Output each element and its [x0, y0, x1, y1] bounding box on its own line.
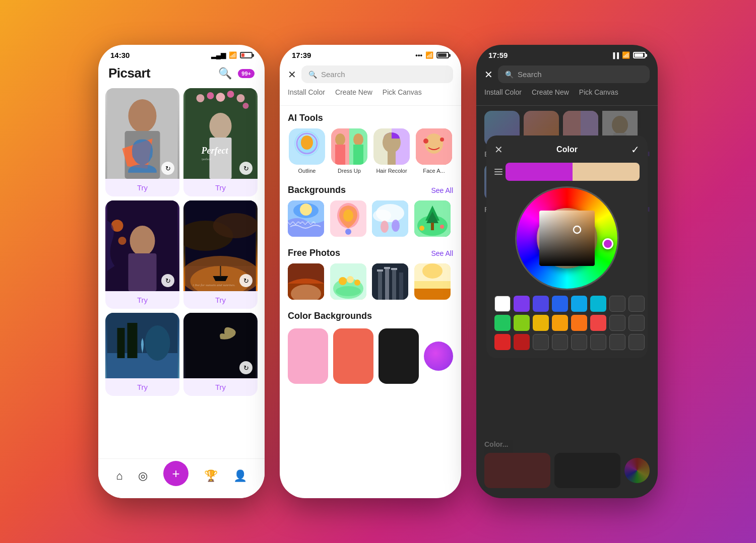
ai-tools-section: AI Tools: [280, 106, 461, 178]
modal-close-button[interactable]: ✕: [494, 144, 510, 156]
color-preview-active: [506, 163, 573, 181]
svg-point-102: [612, 116, 628, 134]
swatch-orange[interactable]: [571, 315, 587, 331]
bg-sky[interactable]: [372, 200, 408, 237]
image-card-5[interactable]: Try: [105, 313, 179, 396]
browse-content: AI Tools: [280, 106, 461, 471]
svg-text:Perfect: Perfect: [201, 146, 229, 156]
modal-confirm-button[interactable]: ✓: [624, 144, 640, 156]
svg-rect-89: [385, 268, 389, 300]
swatch-empty-1[interactable]: [609, 296, 625, 312]
refresh-icon-1[interactable]: ↻: [161, 162, 174, 175]
photo-flowers[interactable]: [330, 263, 366, 300]
backgrounds-see-all[interactable]: See All: [431, 186, 453, 194]
svg-point-86: [336, 286, 361, 296]
refresh-icon-2[interactable]: ↻: [239, 162, 253, 175]
image-card-2[interactable]: Perfect /perfect/ ↻ Try: [183, 88, 258, 196]
try-button-2[interactable]: Try: [183, 179, 258, 196]
image-card-3[interactable]: ↻ Try: [105, 200, 179, 309]
swatch-empty-10[interactable]: [628, 334, 645, 350]
time-2: 17:39: [292, 51, 311, 59]
nav-profile-icon[interactable]: 👤: [233, 469, 247, 483]
refresh-icon-3[interactable]: ↻: [161, 274, 174, 287]
swatch-cyan[interactable]: [590, 296, 606, 312]
swatch-lime[interactable]: [514, 315, 530, 331]
color-bg-add-button[interactable]: [424, 342, 453, 371]
swatch-empty-4[interactable]: [628, 315, 645, 331]
image-card-4[interactable]: i live for sunsets and sunrises. ↻ Try: [183, 200, 258, 309]
try-button-5[interactable]: Try: [105, 378, 179, 396]
close-button-dark[interactable]: ✕: [484, 69, 493, 81]
nav-home-icon[interactable]: ⌂: [116, 469, 122, 483]
tool-outline[interactable]: Outline: [288, 128, 326, 174]
search-header-dark: ✕ 🔍 Search: [476, 62, 658, 88]
tab-canvas-dark[interactable]: Pick Canvas: [579, 88, 618, 100]
swatch-red[interactable]: [590, 315, 606, 331]
swatch-purple[interactable]: [514, 296, 530, 312]
svg-point-75: [419, 226, 424, 231]
tab-create-new[interactable]: Create New: [335, 88, 372, 100]
swatch-yellow[interactable]: [533, 315, 549, 331]
swatch-red2[interactable]: [494, 334, 511, 350]
try-button-3[interactable]: Try: [105, 291, 179, 309]
swatch-indigo[interactable]: [533, 296, 549, 312]
svg-point-60: [300, 203, 312, 216]
image-card-6[interactable]: ↻ Try: [183, 313, 258, 396]
swatch-red3[interactable]: [514, 334, 530, 350]
free-photos-see-all[interactable]: See All: [431, 249, 453, 257]
swatch-amber[interactable]: [552, 315, 568, 331]
swatch-blue[interactable]: [552, 296, 568, 312]
notification-badge[interactable]: 99+: [238, 69, 255, 78]
refresh-icon-6[interactable]: ↻: [239, 361, 253, 374]
bg-nature[interactable]: [414, 200, 451, 237]
swatch-empty-5[interactable]: [533, 334, 549, 350]
swatch-empty-8[interactable]: [590, 334, 606, 350]
bottom-content-dark: Color...: [476, 435, 658, 498]
time-1: 14:30: [110, 51, 130, 59]
tab-pick-canvas[interactable]: Pick Canvas: [383, 88, 422, 100]
color-picker-modal: ✕ Color ✓: [486, 135, 648, 358]
swatch-empty-7[interactable]: [571, 334, 587, 350]
color-bg-header: Color Backgrounds: [288, 311, 453, 321]
photos-grid: [288, 263, 453, 300]
image-3: ↻: [105, 200, 179, 291]
signal-icon: ▂▄▆: [211, 51, 226, 59]
swatch-empty-9[interactable]: [609, 334, 625, 350]
color-bg-pink[interactable]: [288, 328, 328, 384]
tool-face[interactable]: Face A...: [415, 128, 453, 174]
tool-hair[interactable]: Hair Recolor: [372, 128, 411, 174]
tool-dressup[interactable]: Dress Up: [330, 128, 368, 174]
svg-rect-97: [414, 281, 451, 289]
search-bar[interactable]: 🔍 Search: [301, 65, 453, 83]
refresh-icon-4[interactable]: ↻: [239, 274, 253, 287]
svg-rect-88: [378, 271, 382, 300]
swatch-empty-3[interactable]: [609, 315, 625, 331]
nav-trophy-icon[interactable]: 🏆: [204, 469, 218, 483]
image-card-1[interactable]: ↻ Try: [105, 88, 179, 196]
swatch-green[interactable]: [494, 315, 511, 331]
bg-shell[interactable]: [330, 200, 366, 237]
photo-sand[interactable]: [414, 263, 451, 300]
swatch-white[interactable]: [494, 296, 511, 312]
tab-install-color[interactable]: Install Color: [288, 88, 325, 100]
photo-sunset[interactable]: [288, 263, 324, 300]
tab-create-dark[interactable]: Create New: [532, 88, 569, 100]
color-bg-coral[interactable]: [333, 328, 373, 384]
color-wheel[interactable]: [517, 188, 617, 289]
try-button-1[interactable]: Try: [105, 179, 179, 196]
tab-install-dark[interactable]: Install Color: [484, 88, 522, 100]
swatch-empty-6[interactable]: [552, 334, 568, 350]
color-bg-black[interactable]: [379, 328, 419, 384]
swatch-empty-2[interactable]: [628, 296, 645, 312]
nav-create-button[interactable]: +: [163, 461, 188, 486]
swatch-sky[interactable]: [571, 296, 587, 312]
close-button[interactable]: ✕: [288, 69, 296, 81]
search-icon[interactable]: 🔍: [218, 67, 232, 80]
try-button-4[interactable]: Try: [183, 291, 258, 309]
bg-ocean[interactable]: [288, 200, 324, 237]
search-bar-dark[interactable]: 🔍 Search: [498, 65, 650, 83]
svg-rect-47: [353, 145, 363, 165]
try-button-6[interactable]: Try: [183, 378, 258, 396]
photo-pillars[interactable]: [372, 263, 408, 300]
nav-explore-icon[interactable]: ◎: [138, 469, 148, 483]
